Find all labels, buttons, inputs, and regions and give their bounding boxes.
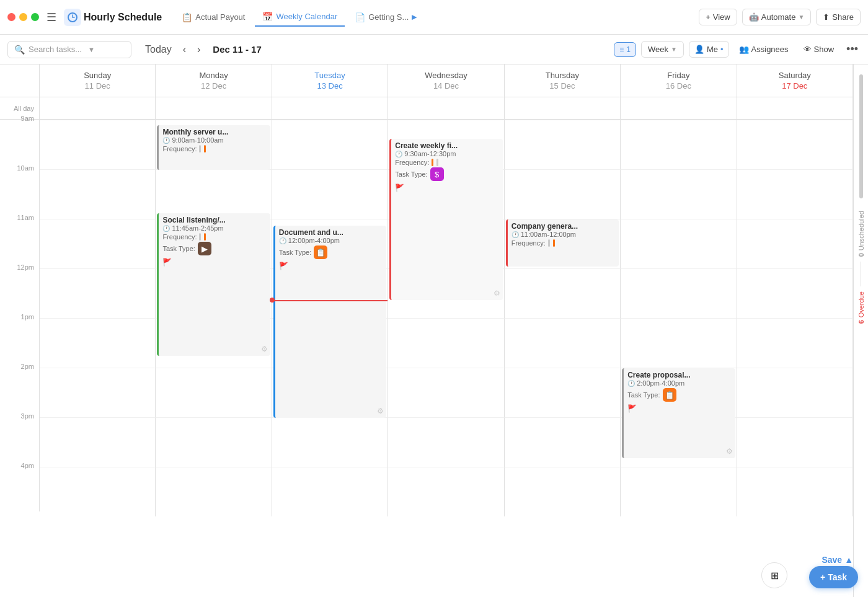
cell-mon-4[interactable]	[156, 467, 272, 516]
cell-thu-12[interactable]	[505, 268, 621, 318]
scrollbar-thumb[interactable]	[859, 74, 863, 198]
cell-sat-3[interactable]	[737, 417, 853, 467]
cell-sun-2[interactable]	[40, 368, 156, 417]
cell-thu-1[interactable]	[505, 318, 621, 368]
allday-wednesday[interactable]	[388, 97, 504, 119]
day-header-saturday[interactable]: Saturday 17 Dec	[737, 64, 853, 97]
cell-fri-2[interactable]: Create proposal... 🕐2:00pm-4:00pm Task T…	[621, 368, 737, 417]
day-header-friday[interactable]: Friday 16 Dec	[621, 64, 737, 97]
assignees-button[interactable]: 👥 Assignees	[734, 42, 794, 57]
unscheduled-panel[interactable]: 0 Unscheduled	[857, 206, 865, 262]
cell-thu-11[interactable]: Company genera... 🕐11:00am-12:00pm Frequ…	[505, 219, 621, 268]
prev-button[interactable]: ‹	[179, 43, 190, 56]
cell-thu-4[interactable]	[505, 467, 621, 516]
cell-sat-4[interactable]	[737, 467, 853, 516]
cell-sun-3[interactable]	[40, 417, 156, 467]
filter-badge[interactable]: ≡ 1	[614, 42, 636, 57]
cell-wed-1[interactable]	[388, 318, 504, 368]
cell-thu-10[interactable]	[505, 169, 621, 219]
cell-thu-3[interactable]	[505, 417, 621, 467]
event-monthly-server[interactable]: Monthly server u... 🕐9:00am-10:00am Freq…	[157, 125, 270, 170]
cell-fri-11[interactable]	[621, 219, 737, 268]
cell-sat-1[interactable]	[737, 318, 853, 368]
allday-tuesday[interactable]	[272, 97, 388, 119]
cell-wed-3[interactable]	[388, 417, 504, 467]
cell-mon-11[interactable]: Social listening/... 🕐11:45am-2:45pm Fre…	[156, 219, 272, 268]
cell-sun-1[interactable]	[40, 318, 156, 368]
cell-mon-3[interactable]	[156, 417, 272, 467]
event-monthly-server-time: 🕐9:00am-10:00am	[162, 136, 266, 144]
me-button[interactable]: 👤 Me •	[689, 41, 729, 58]
cell-sat-9[interactable]	[737, 120, 853, 169]
event-document[interactable]: Document and u... 🕐12:00pm-4:00pm Task T…	[273, 226, 386, 418]
view-button[interactable]: + View	[699, 9, 737, 25]
cell-wed-4[interactable]	[388, 467, 504, 516]
cell-sun-9[interactable]	[40, 120, 156, 169]
add-task-button[interactable]: + Task	[809, 566, 858, 588]
cell-sat-11[interactable]	[737, 219, 853, 268]
allday-sunday[interactable]	[40, 97, 156, 119]
cell-mon-10[interactable]	[156, 169, 272, 219]
allday-saturday[interactable]	[737, 97, 853, 119]
cell-tue-9[interactable]	[272, 120, 388, 169]
event-social-listening[interactable]: Social listening/... 🕐11:45am-2:45pm Fre…	[157, 213, 270, 356]
cell-tue-11[interactable]: Document and u... 🕐12:00pm-4:00pm Task T…	[272, 219, 388, 268]
event-social-gear[interactable]: ⚙	[261, 345, 268, 353]
cell-fri-4[interactable]	[621, 467, 737, 516]
cell-wed-2[interactable]	[388, 368, 504, 417]
tab-getting[interactable]: 📄 Getting S... ▶	[347, 9, 424, 26]
maximize-button[interactable]	[31, 13, 39, 21]
cell-sat-12[interactable]	[737, 268, 853, 318]
cell-sun-4[interactable]	[40, 467, 156, 516]
event-create-weekly-gear[interactable]: ⚙	[494, 289, 500, 298]
cell-sat-2[interactable]	[737, 368, 853, 417]
event-proposal-gear[interactable]: ⚙	[726, 447, 733, 456]
tab-payout[interactable]: 📋 Actual Payout	[174, 9, 252, 26]
show-button[interactable]: 👁 Show	[799, 42, 839, 57]
next-button[interactable]: ›	[193, 43, 204, 56]
cell-fri-10[interactable]	[621, 169, 737, 219]
event-document-gear[interactable]: ⚙	[377, 407, 384, 415]
cell-wed-9[interactable]: Create weekly fi... 🕐9:30am-12:30pm Freq…	[388, 120, 504, 169]
cell-fri-12[interactable]	[621, 268, 737, 318]
cell-sun-11[interactable]	[40, 219, 156, 268]
save-button[interactable]: Save ▲	[822, 555, 853, 565]
cell-mon-9[interactable]: Monthly server u... 🕐9:00am-10:00am Freq…	[156, 120, 272, 169]
event-company-general[interactable]: Company genera... 🕐11:00am-12:00pm Frequ…	[506, 219, 619, 267]
close-button[interactable]	[7, 13, 16, 21]
tab-weekly[interactable]: 📅 Weekly Calendar	[255, 8, 345, 27]
search-box[interactable]: 🔍 Search tasks... ▼	[7, 41, 131, 58]
day-header-sunday[interactable]: Sunday 11 Dec	[40, 64, 156, 97]
add-task-label: + Task	[820, 572, 847, 582]
cell-fri-1[interactable]	[621, 318, 737, 368]
event-document-time: 🕐12:00pm-4:00pm	[279, 237, 383, 244]
day-header-thursday[interactable]: Thursday 15 Dec	[505, 64, 621, 97]
cell-tue-4[interactable]	[272, 467, 388, 516]
week-select[interactable]: Week ▼	[641, 41, 684, 58]
cell-sat-10[interactable]	[737, 169, 853, 219]
cell-thu-9[interactable]	[505, 120, 621, 169]
automate-button[interactable]: 🤖 Automate ▼	[742, 9, 812, 25]
event-create-proposal[interactable]: Create proposal... 🕐2:00pm-4:00pm Task T…	[622, 368, 735, 458]
menu-icon[interactable]: ☰	[46, 11, 56, 24]
minimize-button[interactable]	[19, 13, 27, 21]
allday-thursday[interactable]	[505, 97, 621, 119]
cell-mon-2[interactable]	[156, 368, 272, 417]
overdue-panel[interactable]: 6 Overdue	[857, 286, 865, 329]
day-header-monday[interactable]: Monday 12 Dec	[156, 64, 272, 97]
allday-friday[interactable]	[621, 97, 737, 119]
allday-monday[interactable]	[156, 97, 272, 119]
cell-fri-9[interactable]	[621, 120, 737, 169]
day-header-tuesday[interactable]: Tuesday 13 Dec	[272, 64, 388, 97]
more-options-button[interactable]: •••	[844, 40, 861, 58]
cell-sun-12[interactable]	[40, 268, 156, 318]
grid-view-button[interactable]: ⊞	[761, 562, 787, 588]
day-header-wednesday[interactable]: Wednesday 14 Dec	[388, 64, 504, 97]
cell-tue-3[interactable]	[272, 417, 388, 467]
event-create-weekly[interactable]: Create weekly fi... 🕐9:30am-12:30pm Freq…	[389, 139, 502, 300]
cell-sun-10[interactable]	[40, 169, 156, 219]
today-button[interactable]: Today	[141, 43, 175, 56]
cell-tue-10[interactable]	[272, 169, 388, 219]
share-button[interactable]: ⬆ Share	[816, 9, 861, 25]
cell-thu-2[interactable]	[505, 368, 621, 417]
